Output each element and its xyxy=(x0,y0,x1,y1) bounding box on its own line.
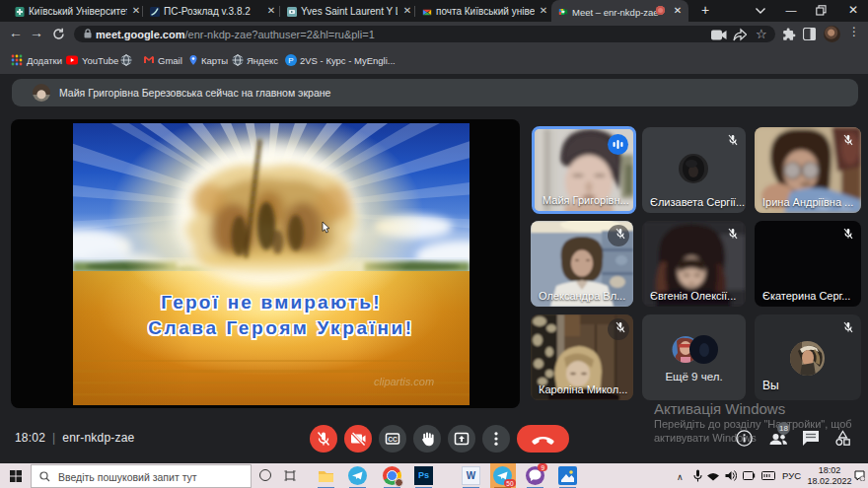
svg-text:clipartis.com: clipartis.com xyxy=(374,376,434,387)
svg-text:P: P xyxy=(288,56,293,65)
svg-text:CC: CC xyxy=(388,436,398,443)
